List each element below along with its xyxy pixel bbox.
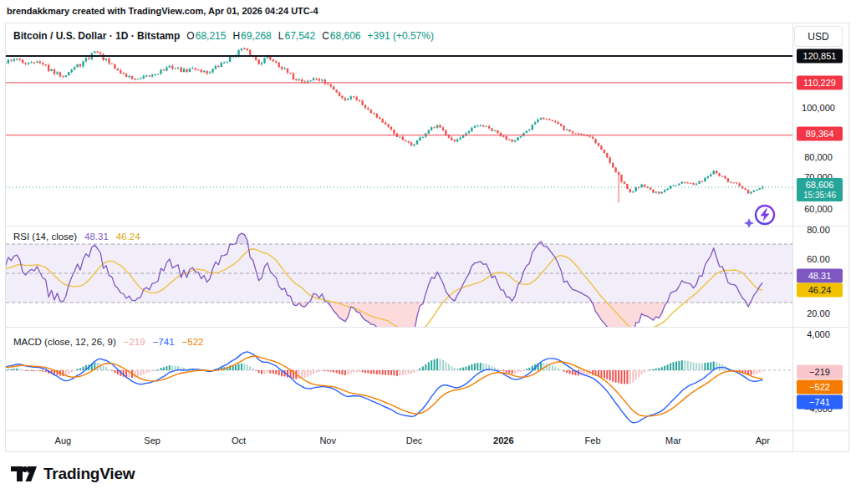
macd-axis-label: 4,000: [793, 329, 843, 339]
tradingview-logo-text: TradingView: [43, 465, 135, 483]
flash-boost-icon[interactable]: [741, 201, 779, 230]
currency-usd-button[interactable]: USD: [794, 26, 843, 47]
time-axis-label: Feb: [585, 435, 601, 445]
time-axis-label: Aug: [55, 435, 72, 445]
lightning-bolt-icon: [761, 209, 770, 222]
price-axis-badge: 68,60615:35:46: [797, 178, 843, 201]
macd-axis-badge: −219: [797, 365, 843, 379]
macd-axis-badge: −741: [797, 395, 843, 410]
rsi-axis-label: 20.00: [793, 308, 843, 318]
symbol-title[interactable]: Bitcoin / U.S. Dollar · 1D · Bitstamp: [13, 30, 180, 42]
price-axis-label: 60,000: [793, 204, 843, 214]
ohlc-low: L67,542: [278, 30, 315, 42]
rsi-legend: RSI (14, close) 48.31 46.24: [13, 232, 140, 242]
tradingview-logo-glyph-icon: [11, 466, 38, 482]
time-axis-label: 2026: [493, 435, 513, 445]
tradingview-chart-page: brendakkmary created with TradingView.co…: [0, 0, 856, 504]
price-axis-label: 100,000: [793, 103, 843, 113]
macd-legend: MACD (close, 12, 26, 9) −219 −741 −522: [13, 337, 203, 347]
countdown-timer: 15:35:46: [797, 191, 843, 200]
price-axis-badge: 89,364: [797, 127, 843, 141]
macd-legend-title[interactable]: MACD (close, 12, 26, 9): [13, 337, 116, 347]
time-axis-label: Dec: [406, 435, 423, 445]
rsi-axis-label: 80.00: [793, 225, 843, 235]
price-axis-badge: 110,229: [797, 76, 843, 90]
sparkle-icon: [744, 218, 754, 228]
macd-line-value: −741: [153, 337, 175, 347]
time-axis[interactable]: AugSepOctNovDec2026FebMarApr: [6, 431, 792, 451]
time-axis-label: Apr: [756, 435, 770, 445]
rsi-ma-value: 46.24: [116, 232, 140, 242]
right-price-scale[interactable]: 120,851110,229100,00089,36480,00070,0006…: [793, 23, 848, 430]
price-axis-label: 80,000: [793, 152, 843, 162]
time-axis-label: Oct: [232, 435, 246, 445]
rsi-axis-label: 60.00: [793, 254, 843, 264]
change-value: +391 (+0.57%): [368, 30, 434, 42]
rsi-value: 48.31: [84, 232, 109, 242]
chart-canvas[interactable]: [0, 0, 856, 504]
ohlc-open: O68,215: [186, 30, 226, 42]
ohlc-close: C68,606: [322, 30, 360, 42]
symbol-legend: Bitcoin / U.S. Dollar · 1D · Bitstamp O6…: [13, 30, 434, 42]
rsi-axis-badge: 46.24: [797, 283, 843, 298]
rsi-legend-title[interactable]: RSI (14, close): [13, 232, 77, 242]
rsi-axis-badge: 48.31: [797, 269, 843, 283]
macd-hist-value: −219: [124, 337, 145, 347]
time-axis-label: Mar: [665, 435, 681, 445]
ohlc-high: H69,268: [232, 30, 271, 42]
time-axis-label: Nov: [319, 435, 336, 445]
time-axis-label: Sep: [144, 435, 160, 445]
macd-signal-value: −522: [182, 337, 204, 347]
price-axis-badge: 120,851: [797, 49, 843, 64]
macd-axis-badge: −522: [797, 380, 843, 395]
tradingview-logo[interactable]: TradingView: [11, 465, 135, 483]
